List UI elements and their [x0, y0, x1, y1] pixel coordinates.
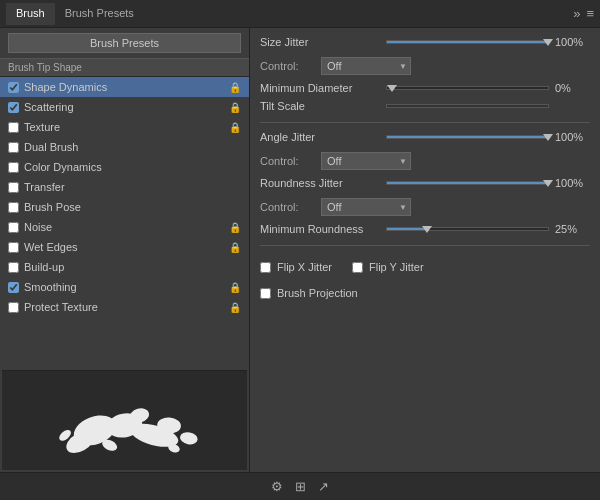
label-protect-texture: Protect Texture	[24, 301, 229, 313]
brush-presets-button[interactable]: Brush Presets	[8, 33, 241, 53]
flip-y-checkbox[interactable]	[352, 262, 363, 273]
checkbox-shape-dynamics[interactable]	[8, 82, 19, 93]
flip-x-label: Flip X Jitter	[277, 261, 332, 273]
label-texture: Texture	[24, 121, 229, 133]
angle-jitter-value: 100%	[555, 131, 590, 143]
right-panel: Size Jitter 100% Control: Off Fade Pen P…	[250, 28, 600, 472]
checkbox-wet-edges[interactable]	[8, 242, 19, 253]
label-buildup: Build-up	[24, 261, 241, 273]
min-diameter-row: Minimum Diameter 0%	[260, 82, 590, 94]
brush-preview	[2, 370, 247, 470]
bottom-toolbar: ⚙ ⊞ ↗	[0, 472, 600, 500]
tilt-scale-label: Tilt Scale	[260, 100, 380, 112]
tab-bar: Brush Brush Presets » ≡	[0, 0, 600, 28]
label-wet-edges: Wet Edges	[24, 241, 229, 253]
min-diameter-slider[interactable]	[386, 86, 549, 90]
brush-item-noise[interactable]: Noise 🔒	[0, 217, 249, 237]
label-brush-pose: Brush Pose	[24, 201, 241, 213]
roundness-jitter-slider[interactable]	[386, 181, 549, 185]
control-select-wrapper-1: Off Fade Pen Pressure Pen Tilt	[321, 57, 411, 75]
brush-item-shape-dynamics[interactable]: Shape Dynamics 🔒	[0, 77, 249, 97]
brush-item-color-dynamics[interactable]: Color Dynamics	[0, 157, 249, 177]
checkbox-transfer[interactable]	[8, 182, 19, 193]
label-shape-dynamics: Shape Dynamics	[24, 81, 229, 93]
checkbox-smoothing[interactable]	[8, 282, 19, 293]
lock-icon-1: 🔒	[229, 102, 241, 113]
roundness-jitter-value: 100%	[555, 177, 590, 189]
section-header: Brush Tip Shape	[0, 58, 249, 77]
angle-jitter-slider[interactable]	[386, 135, 549, 139]
brush-item-wet-edges[interactable]: Wet Edges 🔒	[0, 237, 249, 257]
control-row-1: Control: Off Fade Pen Pressure Pen Tilt	[260, 57, 590, 75]
divider-1	[260, 122, 590, 123]
grid-icon[interactable]: ⊞	[295, 479, 306, 494]
divider-2	[260, 245, 590, 246]
size-jitter-slider[interactable]	[386, 40, 549, 44]
min-diameter-value: 0%	[555, 82, 590, 94]
control-row-2: Control: Off Fade Pen Pressure Pen Tilt	[260, 152, 590, 170]
checkbox-noise[interactable]	[8, 222, 19, 233]
checkbox-scattering[interactable]	[8, 102, 19, 113]
min-roundness-slider[interactable]	[386, 227, 549, 231]
brush-item-texture[interactable]: Texture 🔒	[0, 117, 249, 137]
checkbox-protect-texture[interactable]	[8, 302, 19, 313]
brush-item-scattering[interactable]: Scattering 🔒	[0, 97, 249, 117]
tab-brush[interactable]: Brush	[6, 3, 55, 25]
brush-projection-checkbox[interactable]	[260, 288, 271, 299]
control-row-3: Control: Off Fade Pen Pressure Pen Tilt	[260, 198, 590, 216]
tilt-scale-slider[interactable]	[386, 104, 549, 108]
control-label-3: Control:	[260, 201, 315, 213]
brush-item-protect-texture[interactable]: Protect Texture 🔒	[0, 297, 249, 317]
brush-item-smoothing[interactable]: Smoothing 🔒	[0, 277, 249, 297]
roundness-jitter-label: Roundness Jitter	[260, 177, 380, 189]
tilt-scale-row: Tilt Scale	[260, 100, 590, 112]
checkbox-brush-pose[interactable]	[8, 202, 19, 213]
tab-icon-group: » ≡	[573, 6, 594, 21]
label-noise: Noise	[24, 221, 229, 233]
min-roundness-row: Minimum Roundness 25%	[260, 223, 590, 235]
flip-x-checkbox[interactable]	[260, 262, 271, 273]
angle-jitter-row: Angle Jitter 100%	[260, 131, 590, 143]
checkbox-color-dynamics[interactable]	[8, 162, 19, 173]
lock-icon-7: 🔒	[229, 222, 241, 233]
main-content: Brush Presets Brush Tip Shape Shape Dyna…	[0, 28, 600, 472]
control-label-2: Control:	[260, 155, 315, 167]
brush-item-transfer[interactable]: Transfer	[0, 177, 249, 197]
control-label-1: Control:	[260, 60, 315, 72]
checkboxes-row: Flip X Jitter Flip Y Jitter	[260, 258, 590, 276]
menu-icon[interactable]: ≡	[586, 6, 594, 21]
checkbox-dual-brush[interactable]	[8, 142, 19, 153]
checkbox-buildup[interactable]	[8, 262, 19, 273]
control-select-1[interactable]: Off Fade Pen Pressure Pen Tilt	[321, 57, 411, 75]
lock-icon-11: 🔒	[229, 302, 241, 313]
lock-icon-10: 🔒	[229, 282, 241, 293]
brush-projection-row: Brush Projection	[260, 287, 590, 299]
brush-panel: Brush Brush Presets » ≡ Brush Presets Br…	[0, 0, 600, 500]
flip-x-row: Flip X Jitter	[260, 261, 332, 273]
min-diameter-label: Minimum Diameter	[260, 82, 380, 94]
export-icon[interactable]: ↗	[318, 479, 329, 494]
angle-jitter-label: Angle Jitter	[260, 131, 380, 143]
label-smoothing: Smoothing	[24, 281, 229, 293]
flip-y-label: Flip Y Jitter	[369, 261, 424, 273]
expand-icon[interactable]: »	[573, 6, 580, 21]
checkbox-texture[interactable]	[8, 122, 19, 133]
min-roundness-label: Minimum Roundness	[260, 223, 380, 235]
lock-icon-2: 🔒	[229, 122, 241, 133]
brush-list: Shape Dynamics 🔒 Scattering 🔒 Texture 🔒 …	[0, 77, 249, 368]
tab-brush-presets[interactable]: Brush Presets	[55, 3, 144, 25]
lock-icon-8: 🔒	[229, 242, 241, 253]
brush-item-buildup[interactable]: Build-up	[0, 257, 249, 277]
size-jitter-value: 100%	[555, 36, 590, 48]
brush-item-dual-brush[interactable]: Dual Brush	[0, 137, 249, 157]
control-select-2[interactable]: Off Fade Pen Pressure Pen Tilt	[321, 152, 411, 170]
control-select-wrapper-2: Off Fade Pen Pressure Pen Tilt	[321, 152, 411, 170]
control-select-3[interactable]: Off Fade Pen Pressure Pen Tilt	[321, 198, 411, 216]
label-scattering: Scattering	[24, 101, 229, 113]
min-roundness-value: 25%	[555, 223, 590, 235]
label-dual-brush: Dual Brush	[24, 141, 241, 153]
lock-icon-0: 🔒	[229, 82, 241, 93]
settings-icon[interactable]: ⚙	[271, 479, 283, 494]
brush-item-brush-pose[interactable]: Brush Pose	[0, 197, 249, 217]
flip-y-row: Flip Y Jitter	[352, 261, 424, 273]
